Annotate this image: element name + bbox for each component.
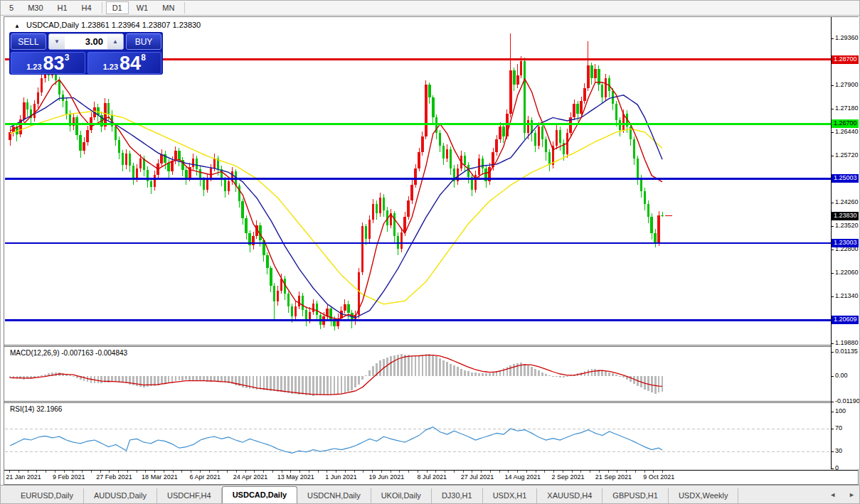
chart-tab-usdcad-daily[interactable]: USDCAD,Daily xyxy=(222,486,297,503)
timeframe-button-h4[interactable]: H4 xyxy=(75,1,98,14)
current-bid-price-tag: 1.23830 xyxy=(832,212,859,220)
axis-tick-label: 1.23520 xyxy=(835,222,859,229)
date-tick-mark xyxy=(590,471,590,473)
chart-tab-eurusd-daily[interactable]: EURUSD,Daily xyxy=(11,488,84,503)
sell-price-display[interactable]: 1.23 83 3 xyxy=(11,52,85,74)
date-label: 8 Jul 2021 xyxy=(417,473,447,481)
timeframe-button-mn[interactable]: MN xyxy=(156,1,181,14)
date-label: 9 Feb 2021 xyxy=(53,473,85,481)
date-tick-mark xyxy=(91,471,92,473)
date-label: 19 Jun 2021 xyxy=(369,473,405,481)
date-tick-mark xyxy=(290,471,291,473)
timeframe-button-5[interactable]: 5 xyxy=(3,1,20,14)
chart-tab-usdx-weekly[interactable]: USDX,Weekly xyxy=(669,488,738,503)
date-label: 27 Feb 2021 xyxy=(96,473,132,481)
axis-tick-mark xyxy=(832,250,834,250)
volume-stepper: ▼ ▲ xyxy=(48,33,124,50)
chart-tab-gbpusd-h1[interactable]: GBPUSD,H1 xyxy=(602,488,669,503)
date-tick-mark xyxy=(118,471,119,473)
date-tick-mark xyxy=(18,471,19,473)
date-tick-mark xyxy=(563,471,563,473)
axis-tick-label: 1.27180 xyxy=(835,104,859,112)
date-tick-mark xyxy=(263,471,264,473)
axis-tick-mark xyxy=(832,132,834,133)
date-label: 24 Apr 2021 xyxy=(233,473,268,481)
date-tick-mark xyxy=(309,471,309,473)
date-tick-mark xyxy=(64,471,65,473)
chart-tab-usdchf-h4[interactable]: USDCHF,H4 xyxy=(157,488,222,503)
date-label: 13 May 2021 xyxy=(277,473,314,481)
date-tick-mark xyxy=(399,471,400,473)
axis-tick-mark xyxy=(832,451,834,452)
chart-tab-xauusd-h4[interactable]: XAUUSD,H4 xyxy=(537,488,602,503)
chart-tab-audusd-daily[interactable]: AUDUSD,Daily xyxy=(84,488,157,503)
timeframe-button-d1[interactable]: D1 xyxy=(106,1,129,14)
date-tick-mark xyxy=(644,471,645,473)
date-tick-mark xyxy=(381,471,382,473)
date-label: 27 Jul 2021 xyxy=(461,473,494,481)
date-tick-mark xyxy=(662,471,663,473)
date-tick-mark xyxy=(227,471,228,473)
macd-indicator-pane xyxy=(5,347,831,401)
volume-increase-icon[interactable]: ▲ xyxy=(107,34,123,49)
macd-label: MACD(12,26,9) -0.007163 -0.004843 xyxy=(10,349,127,357)
date-tick-mark xyxy=(127,471,128,473)
timeframe-button-m30[interactable]: M30 xyxy=(21,1,49,14)
date-tick-mark xyxy=(218,471,218,473)
date-tick-mark xyxy=(318,471,319,473)
mt4-terminal: 5M30H1H4D1W1MN 1.293601.279001.271801.26… xyxy=(0,0,860,504)
axis-tick-mark xyxy=(832,352,834,353)
date-tick-mark xyxy=(363,471,363,473)
date-tick-mark xyxy=(245,471,246,473)
axis-tick-mark xyxy=(832,85,834,86)
axis-tick-mark xyxy=(832,296,834,297)
timeframe-button-h1[interactable]: H1 xyxy=(51,1,74,14)
chart-tab-usdx-h1[interactable]: USDX,H1 xyxy=(483,488,538,503)
timeframe-button-w1[interactable]: W1 xyxy=(130,1,155,14)
date-tick-mark xyxy=(82,471,83,473)
volume-input[interactable] xyxy=(65,34,107,49)
toolbar-separator xyxy=(102,2,102,14)
date-tick-mark xyxy=(553,471,554,473)
level-price-tag-1.28700: 1.28700 xyxy=(832,55,859,64)
date-axis[interactable]: 21 Jan 20219 Feb 202127 Feb 202118 Mar 2… xyxy=(4,470,858,484)
chart-tab-dj30-h1[interactable]: DJ30,H1 xyxy=(432,488,483,503)
price-axis[interactable]: 1.293601.279001.271801.264401.257201.242… xyxy=(832,17,859,469)
date-tick-mark xyxy=(109,471,110,473)
date-tick-mark xyxy=(173,471,174,473)
one-click-panel-collapse-icon[interactable]: ▲ xyxy=(14,23,20,29)
buy-button[interactable]: BUY xyxy=(126,33,161,50)
tabs-scroll-left-icon[interactable]: ◄ xyxy=(829,491,836,498)
date-tick-mark xyxy=(599,471,600,473)
chart-title-row: ▲ USDCAD,Daily 1.23861 1.23964 1.23807 1… xyxy=(14,21,201,29)
date-tick-mark xyxy=(28,471,28,473)
date-tick-mark xyxy=(454,471,455,473)
date-tick-mark xyxy=(490,471,491,473)
date-tick-mark xyxy=(55,471,55,473)
buy-price-display[interactable]: 1.23 84 8 xyxy=(87,52,162,74)
axis-tick-mark xyxy=(832,156,834,156)
date-tick-mark xyxy=(544,471,545,473)
sell-button[interactable]: SELL xyxy=(11,33,46,50)
date-label: 1 Jun 2021 xyxy=(325,473,357,481)
date-tick-mark xyxy=(191,471,191,473)
date-tick-mark xyxy=(517,471,518,473)
date-tick-mark xyxy=(435,471,436,473)
buy-price-point: 8 xyxy=(141,53,146,63)
date-tick-mark xyxy=(254,471,255,473)
date-label: 21 Sep 2021 xyxy=(595,473,632,481)
rsi-label: RSI(14) 32.1966 xyxy=(10,405,62,413)
volume-decrease-icon[interactable]: ▼ xyxy=(49,34,65,49)
date-tick-mark xyxy=(272,471,273,473)
date-tick-mark xyxy=(36,471,37,473)
date-label: 21 Jan 2021 xyxy=(6,473,41,481)
tabs-scroll-right-icon[interactable]: ► xyxy=(849,491,855,498)
axis-tick-mark xyxy=(832,273,834,274)
date-tick-mark xyxy=(499,471,500,473)
chart-window: 1.293601.279001.271801.264401.257201.242… xyxy=(4,16,859,485)
date-tick-mark xyxy=(282,471,282,473)
axis-tick-mark xyxy=(832,343,834,344)
toolbar-separator xyxy=(184,2,185,14)
chart-tab-usdcnh-daily[interactable]: USDCNH,Daily xyxy=(297,488,371,503)
chart-tab-ukoil-daily[interactable]: UKOil,Daily xyxy=(371,488,432,503)
